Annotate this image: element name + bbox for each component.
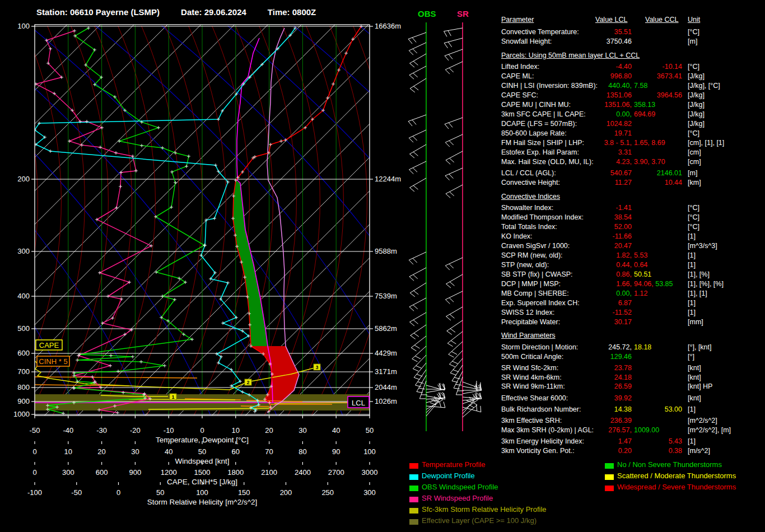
legend-swatch [605, 474, 614, 480]
legend-swatch [409, 508, 418, 514]
legend-swatch [409, 474, 418, 480]
legend-swatch [409, 497, 418, 502]
legend-swatch [409, 463, 418, 469]
parameter-table: ParameterValue LCLValue CCLUnitConvectiv… [0, 0, 765, 532]
legend-swatch [409, 519, 418, 525]
legend-swatch [605, 486, 614, 491]
legend-swatch [605, 463, 614, 469]
legend-swatch [409, 486, 418, 491]
sounding-app: { "header": { "station": "Station: 06610… [0, 0, 765, 532]
